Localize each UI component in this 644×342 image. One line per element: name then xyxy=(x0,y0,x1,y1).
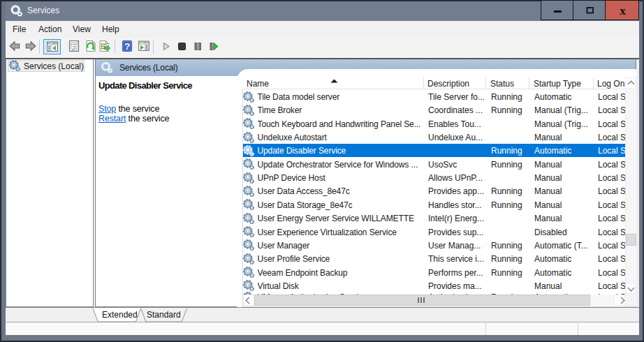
svg-text:?: ? xyxy=(124,41,130,52)
